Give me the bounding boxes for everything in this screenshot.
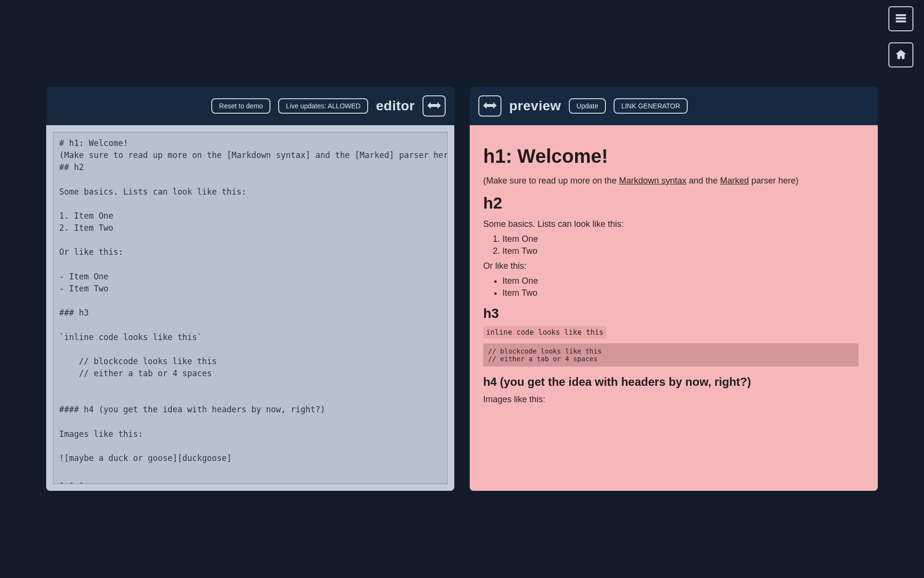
preview-body: h1: Welcome! (Make sure to read up more …: [470, 125, 878, 491]
preview-h3: h3: [483, 306, 859, 321]
preview-scroll[interactable]: h1: Welcome! (Make sure to read up more …: [476, 132, 871, 484]
editor-body: [46, 125, 454, 491]
list-item: Item One: [502, 276, 859, 286]
home-icon: [895, 49, 907, 62]
preview-basics: Some basics. Lists can look like this:: [483, 219, 859, 229]
live-updates-button[interactable]: Live updates: ALLOWED: [278, 98, 368, 114]
preview-images-line: Images like this:: [483, 394, 859, 405]
preview-title: preview: [509, 98, 561, 114]
svg-rect-1: [896, 17, 906, 19]
intro-pre: (Make sure to read up more on the: [483, 176, 619, 185]
svg-rect-2: [896, 21, 906, 22]
preview-intro: (Make sure to read up more on the Markdo…: [483, 176, 859, 186]
inline-code: inline code looks like this: [483, 326, 606, 339]
markdown-syntax-link[interactable]: Markdown syntax: [619, 176, 686, 185]
preview-header: preview Update LINK GENERATOR: [470, 87, 878, 125]
preview-h2: h2: [483, 194, 859, 212]
reset-button[interactable]: Reset to demo: [211, 98, 270, 114]
link-generator-button[interactable]: LINK GENERATOR: [614, 98, 688, 114]
list-item: Item Two: [502, 288, 859, 298]
list-item: Item Two: [502, 246, 859, 256]
preview-orlike: Or like this:: [483, 261, 859, 271]
menu-icon: [895, 13, 907, 26]
editor-expand-button[interactable]: [423, 95, 446, 117]
preview-expand-button[interactable]: [478, 95, 501, 117]
list-item: Item One: [502, 234, 859, 244]
preview-h1: h1: Welcome!: [483, 145, 859, 167]
block-code: // blockcode looks like this // either a…: [483, 343, 859, 367]
expand-horizontal-icon: [483, 101, 497, 111]
editor-pane: Reset to demo Live updates: ALLOWED edit…: [46, 87, 454, 491]
marked-link[interactable]: Marked: [720, 176, 749, 185]
home-button[interactable]: [888, 42, 913, 67]
preview-h4: h4 (you get the idea with headers by now…: [483, 375, 859, 389]
svg-rect-0: [896, 14, 906, 16]
intro-mid: and the: [686, 176, 720, 185]
preview-pane: preview Update LINK GENERATOR h1: Welcom…: [470, 87, 878, 491]
editor-title: editor: [376, 98, 415, 114]
preview-ul: Item One Item Two: [502, 276, 859, 298]
editor-header: Reset to demo Live updates: ALLOWED edit…: [46, 87, 454, 125]
markdown-textarea[interactable]: [53, 132, 448, 484]
intro-post: parser here): [749, 176, 798, 185]
preview-ol: Item One Item Two: [502, 234, 859, 256]
expand-horizontal-icon: [427, 101, 441, 111]
menu-button[interactable]: [888, 6, 913, 31]
update-button[interactable]: Update: [569, 98, 606, 114]
